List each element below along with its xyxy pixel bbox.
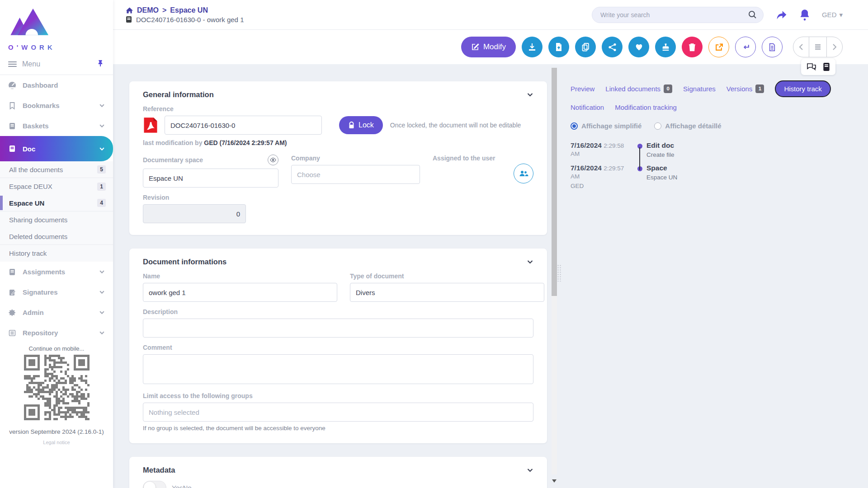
limit-groups-label: Limit access to the following groups xyxy=(143,392,533,399)
name-label: Name xyxy=(143,272,337,280)
yesno-toggle[interactable] xyxy=(143,481,166,488)
lock-icon xyxy=(348,122,355,129)
signature-pen-icon xyxy=(8,288,16,296)
sidebar-item-repository[interactable]: Repository xyxy=(0,323,113,343)
sidebar-subitem-history-track[interactable]: History track xyxy=(0,245,113,262)
sidebar-subitem-deleted-documents[interactable]: Deleted documents xyxy=(0,228,113,245)
documentary-space-label: Documentary space xyxy=(143,156,203,164)
version-label: version Septembre 2024 (2.16.0-1) xyxy=(0,428,113,435)
collapse-chevron-icon[interactable] xyxy=(527,91,533,98)
comment-label: Comment xyxy=(143,344,533,351)
sidebar-subitem-espace-un[interactable]: Espace UN 4 xyxy=(0,195,113,211)
tab-notification[interactable]: Notification xyxy=(571,103,604,111)
search-icon[interactable] xyxy=(748,10,757,19)
name-input[interactable] xyxy=(143,283,337,302)
user-menu-label: GED xyxy=(822,11,837,19)
tab-signatures[interactable]: Signatures xyxy=(683,85,716,93)
breadcrumb-space-link[interactable]: Espace UN xyxy=(170,6,208,14)
open-external-button[interactable] xyxy=(708,37,729,57)
panel-tabs: Preview Linked documents 0 Signatures Ve… xyxy=(571,80,857,111)
sidebar-item-admin[interactable]: Admin xyxy=(0,302,113,323)
radio-affichage-detaille[interactable]: Affichage détaillé xyxy=(654,122,721,130)
sidebar-subitem-espace-deux[interactable]: Espace DEUX 1 xyxy=(0,178,113,195)
panel-resize-handle[interactable] xyxy=(557,264,561,282)
stamp-button[interactable] xyxy=(655,37,676,57)
sidebar-item-doc[interactable]: Doc xyxy=(0,136,113,161)
sidebar-nav: Dashboard Bookmarks Baskets Doc All the … xyxy=(0,75,113,343)
chevron-down-icon xyxy=(99,146,105,152)
notification-bell-icon[interactable] xyxy=(799,9,810,21)
copy-icon xyxy=(581,42,590,52)
breadcrumb-home-link[interactable]: DEMO xyxy=(137,6,159,14)
company-input[interactable] xyxy=(291,165,420,184)
menu-label: Menu xyxy=(22,60,40,68)
sidebar-item-assignments[interactable]: Assignments xyxy=(0,262,113,282)
tab-preview[interactable]: Preview xyxy=(571,85,594,93)
type-of-document-input[interactable] xyxy=(350,283,544,302)
copy-button[interactable] xyxy=(575,37,596,57)
type-field: Type of document xyxy=(350,266,544,302)
sidebar-item-label: Repository xyxy=(23,329,58,337)
sidebar-subitem-all-documents[interactable]: All the documents 5 xyxy=(0,161,113,178)
sidebar-footer: Continue on mobile... version Septembre … xyxy=(0,345,113,488)
favorite-button[interactable] xyxy=(628,37,649,57)
chevron-down-icon xyxy=(99,123,105,129)
collapse-chevron-icon[interactable] xyxy=(527,467,533,474)
chevron-down-icon xyxy=(99,269,105,275)
document-informations-card: Document informations Name Type of docum… xyxy=(129,249,547,443)
reference-label: Reference xyxy=(143,105,533,113)
reader-book-icon[interactable] xyxy=(823,62,830,71)
tab-history-track[interactable]: History track xyxy=(775,80,830,97)
pager-previous-button[interactable] xyxy=(793,37,809,57)
pager-next-button[interactable] xyxy=(827,37,842,57)
sidebar-item-dashboard[interactable]: Dashboard xyxy=(0,75,113,95)
sidebar-item-bookmarks[interactable]: Bookmarks xyxy=(0,95,113,116)
file-icon xyxy=(769,43,776,52)
modify-button[interactable]: Modify xyxy=(461,37,516,57)
sidebar-item-signatures[interactable]: Signatures xyxy=(0,282,113,302)
delete-button[interactable] xyxy=(682,37,703,57)
company-label: Company xyxy=(291,155,320,162)
book-icon xyxy=(8,145,16,153)
share-button[interactable] xyxy=(602,37,623,57)
general-information-card: General information Reference Lock Once … xyxy=(129,81,547,235)
count-badge: 4 xyxy=(97,199,106,207)
return-button[interactable] xyxy=(735,37,756,57)
sidebar-item-baskets[interactable]: Baskets xyxy=(0,116,113,136)
tab-linked-documents[interactable]: Linked documents 0 xyxy=(605,84,672,93)
scrollbar-thumb[interactable] xyxy=(552,68,557,296)
sidebar-subitem-sharing-documents[interactable]: Sharing documents xyxy=(0,211,113,228)
upload-file-button[interactable] xyxy=(548,37,569,57)
legal-notice-link[interactable]: Legal notice xyxy=(0,440,113,445)
tab-count-badge: 1 xyxy=(755,84,764,93)
pager-list-button[interactable] xyxy=(809,37,827,57)
comments-icon[interactable] xyxy=(807,62,816,71)
user-menu[interactable]: GED ▾ xyxy=(822,11,843,19)
lock-button[interactable]: Lock xyxy=(339,116,383,134)
comment-textarea[interactable] xyxy=(143,354,533,384)
assign-users-button[interactable] xyxy=(514,164,533,183)
history-display-options: Affichage simplifié Affichage détaillé xyxy=(571,122,857,130)
collapse-chevron-icon[interactable] xyxy=(527,258,533,265)
home-icon[interactable] xyxy=(126,7,133,14)
pin-icon[interactable] xyxy=(97,60,104,69)
revision-input[interactable] xyxy=(143,204,246,223)
hamburger-icon[interactable] xyxy=(8,60,17,68)
reference-input[interactable] xyxy=(165,116,322,135)
tab-versions[interactable]: Versions 1 xyxy=(726,84,764,93)
users-icon xyxy=(519,169,528,178)
limit-groups-select[interactable] xyxy=(143,403,533,422)
chevron-down-icon xyxy=(99,103,105,108)
search-input[interactable] xyxy=(600,11,748,19)
preview-space-eye-icon[interactable] xyxy=(268,155,278,165)
scrollbar-down-arrow[interactable] xyxy=(552,479,557,483)
forward-share-icon[interactable] xyxy=(775,9,788,20)
document-view-button[interactable] xyxy=(762,37,783,57)
radio-affichage-simplifie[interactable]: Affichage simplifié xyxy=(571,122,642,130)
bookmark-icon xyxy=(8,102,16,110)
assigned-user-field: Assigned to the user xyxy=(433,148,533,188)
download-button[interactable] xyxy=(522,37,542,57)
documentary-space-input[interactable] xyxy=(143,169,278,188)
description-input[interactable] xyxy=(143,319,533,338)
tab-modification-tracking[interactable]: Modification tracking xyxy=(615,103,677,111)
